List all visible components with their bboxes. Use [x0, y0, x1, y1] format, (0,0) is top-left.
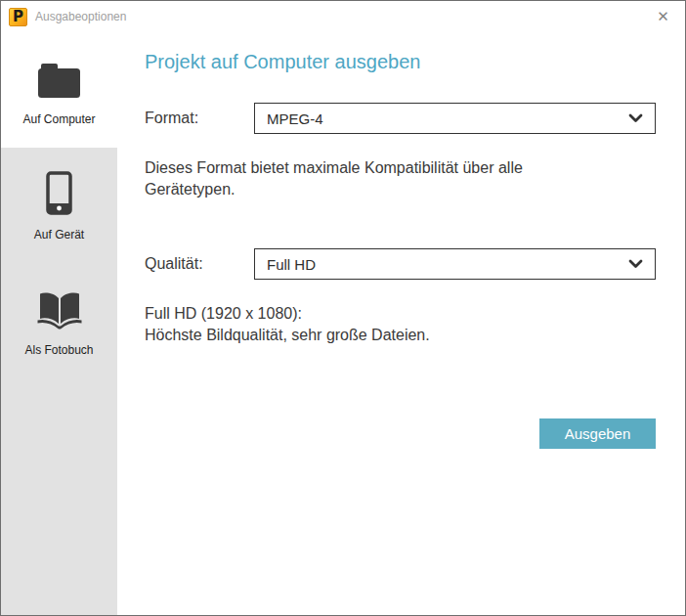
sidebar-item-label: Auf Computer — [22, 112, 95, 126]
sidebar-item-label: Als Fotobuch — [24, 343, 93, 357]
close-icon[interactable]: ✕ — [641, 1, 685, 32]
quality-label: Qualität: — [145, 255, 254, 273]
chevron-down-icon — [628, 113, 643, 123]
output-target-sidebar: Auf Computer Auf Gerät — [1, 32, 117, 615]
main-panel: Projekt auf Computer ausgeben Format: MP… — [117, 32, 685, 615]
open-book-icon — [36, 286, 83, 330]
quality-dropdown-value: Full HD — [267, 256, 628, 273]
quality-description-line2: Höchste Bildqualität, sehr große Dateien… — [145, 325, 656, 346]
quality-row: Qualität: Full HD — [145, 248, 656, 280]
format-description: Dieses Format bietet maximale Kompatibil… — [145, 157, 656, 200]
folder-icon — [37, 55, 81, 100]
button-row: Ausgeben — [145, 418, 656, 449]
format-row: Format: MPEG-4 — [145, 103, 656, 134]
smartphone-icon — [46, 170, 72, 215]
format-label: Format: — [145, 110, 254, 127]
quality-description-line1: Full HD (1920 x 1080): — [145, 303, 656, 325]
section-spacer — [145, 200, 656, 248]
format-description-line2: Gerätetypen. — [145, 179, 656, 200]
format-dropdown[interactable]: MPEG-4 — [254, 103, 656, 134]
title-bar: P Ausgabeoptionen ✕ — [1, 1, 685, 32]
output-button[interactable]: Ausgeben — [539, 418, 656, 449]
format-description-line1: Dieses Format bietet maximale Kompatibil… — [145, 157, 656, 179]
page-title: Projekt auf Computer ausgeben — [145, 51, 656, 73]
sidebar-item-auf-geraet[interactable]: Auf Gerät — [1, 148, 117, 263]
chevron-down-icon — [628, 259, 643, 269]
output-options-dialog: P Ausgabeoptionen ✕ Auf Computer — [0, 0, 686, 616]
sidebar-item-als-fotobuch[interactable]: Als Fotobuch — [1, 263, 117, 378]
format-dropdown-value: MPEG-4 — [267, 110, 628, 127]
sidebar-item-auf-computer[interactable]: Auf Computer — [1, 32, 117, 148]
app-logo-icon: P — [9, 8, 27, 26]
window-title: Ausgabeoptionen — [35, 10, 126, 23]
quality-dropdown[interactable]: Full HD — [254, 248, 656, 280]
sidebar-item-label: Auf Gerät — [34, 228, 84, 242]
quality-description: Full HD (1920 x 1080): Höchste Bildquali… — [145, 303, 656, 346]
